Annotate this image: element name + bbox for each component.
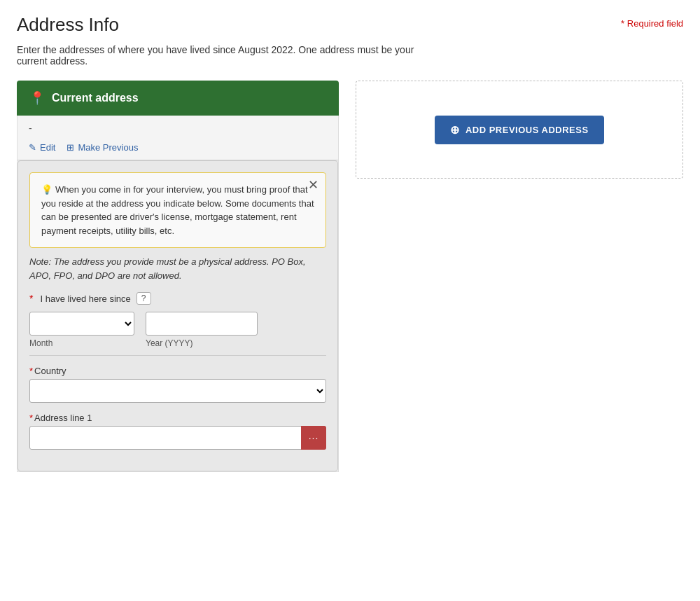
help-button[interactable]: ? (136, 292, 151, 305)
plus-icon: ⊕ (450, 123, 460, 137)
edit-icon: ✎ (29, 142, 36, 153)
date-fields-row: January February March April May June Ju… (29, 312, 326, 348)
month-field-group: January February March April May June Ju… (29, 312, 134, 348)
year-field-group: Year (YYYY) (146, 312, 258, 348)
tooltip-box: ✕ 💡When you come in for your interview, … (29, 172, 326, 248)
divider (29, 355, 326, 356)
add-previous-address-button[interactable]: ⊕ ADD PREVIOUS ADDRESS (435, 116, 603, 144)
month-select[interactable]: January February March April May June Ju… (29, 312, 134, 336)
required-star-lived: * (29, 293, 33, 304)
lived-since-label: I have lived here since (40, 293, 130, 304)
page-description: Enter the addresses of where you have li… (17, 44, 423, 67)
year-label: Year (YYYY) (146, 338, 258, 348)
bulb-icon: 💡 (41, 184, 52, 195)
right-panel: ⊕ ADD PREVIOUS ADDRESS (356, 81, 683, 179)
tooltip-text: 💡When you come in for your interview, yo… (41, 183, 314, 237)
lived-since-row: * I have lived here since ? (29, 292, 326, 305)
page-title: Address Info (17, 14, 119, 36)
close-tooltip-button[interactable]: ✕ (308, 179, 318, 191)
address-lookup-button[interactable]: ··· (301, 426, 326, 450)
current-address-title: Current address (52, 92, 139, 104)
country-select[interactable]: United States Canada Mexico (29, 379, 326, 403)
form-inner-card: ✕ 💡When you come in for your interview, … (18, 160, 338, 471)
required-field-label: * Required field (621, 18, 683, 29)
country-label: *Country (29, 366, 326, 376)
year-input[interactable] (146, 312, 258, 336)
note-text: Note: The address you provide must be a … (29, 255, 326, 282)
edit-label: Edit (40, 142, 55, 153)
required-star-address: * (29, 413, 33, 423)
make-previous-label: Make Previous (78, 142, 138, 153)
form-section: * I have lived here since ? January Febr… (18, 292, 337, 471)
address-line-1-wrap: ··· (29, 426, 326, 450)
required-star-country: * (29, 366, 33, 376)
dots-icon: ··· (309, 432, 319, 443)
month-label: Month (29, 338, 134, 348)
address-card: - ✎ Edit ⊞ Make Previous ✕ 💡When you com… (17, 116, 339, 472)
address-dash: - (18, 116, 338, 138)
edit-button[interactable]: ✎ Edit (29, 142, 55, 153)
location-icon: 📍 (29, 90, 45, 106)
address-actions: ✎ Edit ⊞ Make Previous (18, 138, 338, 160)
left-panel: 📍 Current address - ✎ Edit ⊞ Make Previo… (17, 81, 339, 472)
country-field-row: *Country United States Canada Mexico (29, 366, 326, 403)
make-previous-button[interactable]: ⊞ Make Previous (66, 142, 138, 153)
make-previous-icon: ⊞ (66, 142, 74, 153)
address-line-1-input[interactable] (29, 426, 326, 450)
address-line-1-label: *Address line 1 (29, 413, 326, 423)
current-address-header: 📍 Current address (17, 81, 339, 116)
add-previous-label: ADD PREVIOUS ADDRESS (465, 125, 589, 135)
address-line-1-field-row: *Address line 1 ··· (29, 413, 326, 450)
